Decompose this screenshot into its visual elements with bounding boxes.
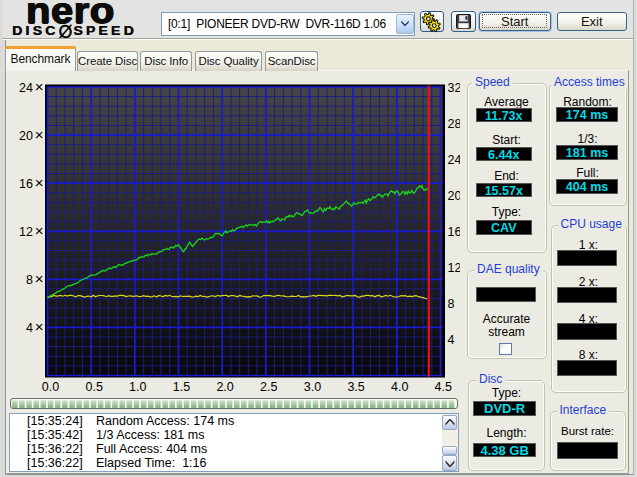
svg-text:×: × xyxy=(35,318,44,335)
svg-text:0.5: 0.5 xyxy=(86,380,103,394)
svg-text:16: 16 xyxy=(19,177,33,191)
svg-text:2.5: 2.5 xyxy=(260,380,277,394)
svg-text:16: 16 xyxy=(448,225,461,239)
svg-text:8: 8 xyxy=(448,297,455,311)
svg-text:3.0: 3.0 xyxy=(304,380,321,394)
svg-text:12: 12 xyxy=(448,261,461,275)
svg-text:12: 12 xyxy=(19,225,33,239)
svg-text:24: 24 xyxy=(19,81,33,95)
svg-text:0.0: 0.0 xyxy=(42,380,59,394)
svg-text:1.5: 1.5 xyxy=(173,380,190,394)
svg-text:4.5: 4.5 xyxy=(435,380,452,394)
svg-text:×: × xyxy=(35,270,44,287)
svg-text:×: × xyxy=(35,78,44,95)
svg-text:3.5: 3.5 xyxy=(347,380,364,394)
svg-text:4: 4 xyxy=(448,333,455,347)
svg-text:1.0: 1.0 xyxy=(129,380,146,394)
svg-text:4: 4 xyxy=(26,321,33,335)
svg-text:4.0: 4.0 xyxy=(391,380,408,394)
svg-text:24: 24 xyxy=(448,153,461,167)
svg-text:2.0: 2.0 xyxy=(216,380,233,394)
svg-text:×: × xyxy=(35,174,44,191)
svg-text:20: 20 xyxy=(448,189,461,203)
svg-text:28: 28 xyxy=(448,117,461,131)
svg-text:×: × xyxy=(35,222,44,239)
svg-text:20: 20 xyxy=(19,129,33,143)
svg-text:8: 8 xyxy=(26,273,33,287)
svg-text:32: 32 xyxy=(448,81,461,95)
svg-text:×: × xyxy=(35,126,44,143)
